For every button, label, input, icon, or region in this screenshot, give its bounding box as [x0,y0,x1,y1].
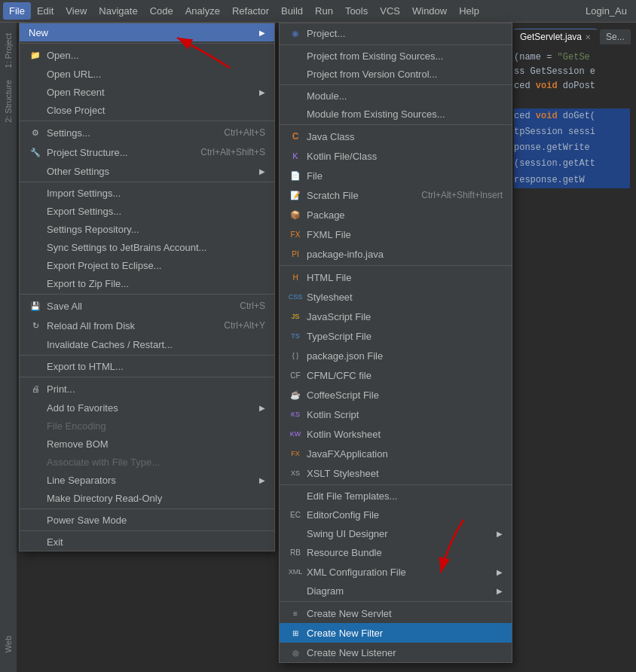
export-html-label: Export to HTML... [29,361,124,372]
new-html[interactable]: H HTML File [280,267,512,287]
new-scratch-file-label: Scratch File [307,190,359,201]
file-menu-make-readonly[interactable]: Make Directory Read-Only [20,489,274,507]
tab-se-label: Se... [606,32,625,42]
new-sep-6 [280,601,512,602]
tab-getservlet[interactable]: GetServlet.java ✕ [514,29,597,44]
new-file[interactable]: 📄 File [280,166,512,185]
file-menu-sync-settings[interactable]: Sync Settings to JetBrains Account... [20,238,274,256]
new-create-filter[interactable]: ⊞ Create New Filter [280,623,512,643]
file-menu-reload[interactable]: ↻ Reload All from Disk Ctrl+Alt+Y [20,316,274,335]
menubar-refactor[interactable]: Refactor [226,2,275,20]
new-edit-templates[interactable]: Edit File Templates... [280,487,512,505]
menubar-view[interactable]: View [60,2,93,20]
open-recent-arrow: ▶ [252,88,265,96]
editor-tabs: GetServlet.java ✕ Se... [514,29,630,44]
new-create-servlet[interactable]: ≡ Create New Servlet [280,603,512,623]
menubar-tools[interactable]: Tools [339,2,374,20]
file-menu-project-structure[interactable]: 🔧 Project Structure... Ctrl+Alt+Shift+S [20,142,274,162]
servlet-icon: ≡ [289,606,302,620]
new-create-servlet-label: Create New Servlet [307,608,392,619]
new-xml-config[interactable]: XML XML Configuration File ▶ [280,562,512,582]
menubar-run[interactable]: Run [309,2,339,20]
menubar-file[interactable]: File [3,2,31,20]
new-swing-ui[interactable]: Swing UI Designer ▶ [280,524,512,542]
new-package-info[interactable]: PI package-info.java [280,244,512,264]
menubar-window[interactable]: Window [406,2,453,20]
menubar-vcs[interactable]: VCS [374,2,406,20]
file-menu-open[interactable]: 📁 Open... [20,45,274,65]
file-menu-other-settings[interactable]: Other Settings ▶ [20,162,274,180]
file-menu-new[interactable]: New ▶ [20,23,274,41]
new-scratch-file[interactable]: 📝 Scratch File Ctrl+Alt+Shift+Insert [280,185,512,205]
separator-7 [20,509,274,509]
file-menu-open-url[interactable]: Open URL... [20,65,274,83]
file-menu-settings[interactable]: ⚙ Settings... Ctrl+Alt+S [20,123,274,142]
scratch-file-shortcut: Ctrl+Alt+Shift+Insert [406,190,503,200]
file-menu-save-all[interactable]: 💾 Save All Ctrl+S [20,296,274,316]
new-package-json[interactable]: { } package.json File [280,346,512,365]
new-project-vcs[interactable]: Project from Version Control... [280,65,512,83]
menubar-code[interactable]: Code [144,2,179,20]
new-kotlin-worksheet[interactable]: KW Kotlin Worksheet [280,424,512,444]
new-kotlin-class[interactable]: K Kotlin File/Class [280,146,512,166]
ts-icon: TS [289,329,302,343]
file-menu-open-recent[interactable]: Open Recent ▶ [20,83,274,101]
sidebar-tab-project[interactable]: 1: Project [2,29,14,72]
html-icon: H [289,270,302,284]
code-line-9: response.getW [514,173,630,188]
add-favorites-label: Add to Favorites [29,402,118,414]
save-all-shortcut: Ctrl+S [225,301,265,311]
new-diagram[interactable]: Diagram ▶ [280,582,512,600]
file-menu-invalidate[interactable]: Invalidate Caches / Restart... [20,335,274,353]
file-menu-export-settings[interactable]: Export Settings... [20,202,274,220]
file-menu-line-separators[interactable]: Line Separators ▶ [20,471,274,489]
new-package-json-label: package.json File [307,350,383,362]
new-java-class[interactable]: C Java Class [280,127,512,146]
new-kotlin-script[interactable]: KS Kotlin Script [280,405,512,424]
menubar-help[interactable]: Help [453,2,485,20]
file-menu-close-project[interactable]: Close Project [20,101,274,119]
file-menu-export-html[interactable]: Export to HTML... [20,357,274,375]
menubar-navigate[interactable]: Navigate [93,2,143,20]
new-package[interactable]: 📦 Package [280,205,512,225]
project-structure-shortcut: Ctrl+Alt+Shift+S [185,147,265,157]
new-resource-bundle[interactable]: RB Resource Bundle [280,542,512,562]
file-menu-export-zip[interactable]: Export to Zip File... [20,274,274,292]
new-sep-3 [280,124,512,125]
menubar-build[interactable]: Build [275,2,309,20]
new-cfml[interactable]: CF CFML/CFC file [280,365,512,385]
file-menu-add-favorites[interactable]: Add to Favorites ▶ [20,399,274,417]
menubar-edit[interactable]: Edit [31,2,60,20]
tab-se[interactable]: Se... [600,29,631,44]
menubar-analyze[interactable]: Analyze [179,2,226,20]
print-icon: 🖨 [29,382,42,396]
new-typescript[interactable]: TS TypeScript File [280,326,512,346]
file-menu-power-save[interactable]: Power Save Mode [20,511,274,529]
new-sep-1 [280,44,512,45]
sidebar-tab-structure[interactable]: 2: Structure [2,75,14,127]
new-coffeescript[interactable]: ☕ CoffeeScript File [280,385,512,405]
new-file-label: File [307,170,323,182]
file-menu-exit[interactable]: Exit [20,533,274,551]
new-project[interactable]: ◉ Project... [280,23,512,43]
sidebar-tab-web[interactable]: Web [2,631,14,657]
file-menu-print[interactable]: 🖨 Print... [20,379,274,399]
new-module-existing[interactable]: Module from Existing Sources... [280,105,512,123]
new-javascript[interactable]: JS JavaScript File [280,307,512,326]
new-xslt[interactable]: XS XSLT Stylesheet [280,463,512,483]
new-fxml[interactable]: FX FXML File [280,225,512,244]
new-editorconfig[interactable]: EC EditorConfig File [280,505,512,524]
new-project-existing[interactable]: Project from Existing Sources... [280,47,512,65]
file-menu-settings-repo[interactable]: Settings Repository... [20,220,274,238]
tab-close-icon[interactable]: ✕ [585,33,591,41]
file-menu-export-eclipse[interactable]: Export Project to Eclipse... [20,256,274,274]
new-module[interactable]: Module... [280,87,512,105]
file-menu-remove-bom[interactable]: Remove BOM [20,435,274,453]
file-menu-import-settings[interactable]: Import Settings... [20,184,274,202]
new-stylesheet[interactable]: CSS Stylesheet [280,287,512,307]
javafx-icon: FX [289,447,302,460]
new-javafx[interactable]: FX JavaFXApplication [280,444,512,463]
new-create-listener[interactable]: ◎ Create New Listener [280,643,512,662]
diagram-arrow: ▶ [489,587,503,595]
new-project-existing-label: Project from Existing Sources... [289,50,443,62]
